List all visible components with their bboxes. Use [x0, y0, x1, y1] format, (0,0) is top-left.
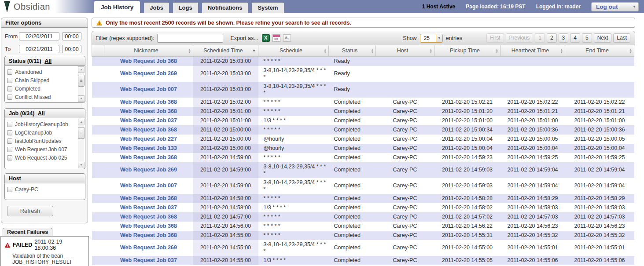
checkbox[interactable]	[7, 103, 12, 103]
status-filter-list: AbandonedChain SkippedCompletedConflict …	[4, 66, 85, 103]
page-button-next[interactable]: Next	[594, 33, 612, 43]
filter-item[interactable]: Carey-PC	[7, 185, 85, 193]
cell-end-time: 2011-02-20 14:55:06	[565, 256, 634, 265]
column-header-heartbeat-time[interactable]: Heartbeat Time▲▼	[500, 45, 565, 56]
export-csv-icon[interactable]: a,	[283, 34, 291, 42]
job-link[interactable]: Web Request Job 269	[120, 70, 177, 77]
page-size-select[interactable]: 25 ▼	[420, 34, 443, 43]
checkbox[interactable]	[7, 187, 12, 192]
job-link[interactable]: Web Request Job 368	[120, 214, 177, 220]
scrollbar-thumb[interactable]: ☰	[78, 127, 85, 139]
cell-nickname: Web Request Job 368	[104, 212, 193, 222]
cell-end-time: 2011-02-20 15:00:05	[565, 135, 634, 144]
filter-regex-input[interactable]	[157, 34, 223, 43]
page-button-3[interactable]: 3	[559, 33, 569, 43]
column-header-nickname[interactable]: Nickname▲▼	[104, 45, 193, 56]
checkbox[interactable]	[7, 95, 12, 100]
filter-item[interactable]: Abandoned	[7, 68, 85, 76]
page-button-2[interactable]: 2	[547, 33, 557, 43]
job-link[interactable]: Web Request Job 227	[120, 136, 177, 142]
column-header-status[interactable]: Status▲▼	[329, 45, 376, 56]
column-header-end-time[interactable]: End Time▲▼	[565, 45, 634, 56]
filter-item[interactable]: Web Request Job 007	[7, 145, 85, 153]
checkbox[interactable]	[7, 122, 12, 127]
checkbox[interactable]	[7, 69, 12, 75]
filter-item-label: Chain Skipped	[15, 77, 49, 84]
checkbox[interactable]	[7, 78, 12, 83]
scroll-up-icon[interactable]: ▲	[78, 66, 85, 73]
table-row: Web Request Job 2692011-02-20 14:59:003-…	[92, 162, 634, 178]
cell-scheduled-time: 2011-02-20 14:56:00	[193, 222, 258, 231]
tab-notifications[interactable]: Notifications	[202, 3, 248, 13]
scroll-down-icon[interactable]: ▼	[78, 162, 85, 168]
export-excel-icon[interactable]: X	[262, 34, 270, 42]
job-link[interactable]: Web Request Job 368	[120, 195, 177, 201]
job-list-scrollbar[interactable]: ▲ ☰ ▼	[78, 119, 85, 168]
tab-logs[interactable]: Logs	[173, 3, 198, 13]
cell-heartbeat-time: 2011-02-20 14:55:06	[500, 256, 565, 265]
job-link[interactable]: Web Request Job 368	[120, 127, 177, 133]
filter-item[interactable]: Conflict Missed	[7, 93, 85, 101]
refresh-button[interactable]: Refresh	[7, 206, 53, 216]
job-link[interactable]: Web Request Job 007	[120, 182, 177, 189]
filter-item[interactable]: testJobRunUpdates	[7, 137, 85, 145]
to-time-input[interactable]	[62, 45, 81, 53]
page-button-5[interactable]: 5	[582, 33, 592, 43]
checkbox[interactable]	[7, 86, 12, 91]
column-header-host[interactable]: Host▲▼	[376, 45, 434, 56]
from-time-input[interactable]	[62, 32, 81, 40]
job-select-all-link[interactable]: All	[38, 110, 45, 117]
job-link[interactable]: Web Request Job 368	[120, 154, 177, 160]
to-date-input[interactable]	[19, 45, 59, 53]
filter-item[interactable]: Web Request Job 025	[7, 153, 85, 162]
checkbox[interactable]	[7, 155, 12, 160]
column-header-scheduled-time[interactable]: Scheduled Time▼	[193, 45, 258, 56]
cell-host: Carey-PC	[376, 162, 434, 178]
job-link[interactable]: Web Request Job 007	[120, 86, 177, 92]
job-link[interactable]: Web Request Job 269	[120, 167, 177, 173]
job-link[interactable]: Web Request Job 368	[120, 232, 177, 238]
from-date-input[interactable]	[19, 32, 59, 40]
cell-row-margin	[92, 135, 104, 144]
page-button-last[interactable]: Last	[613, 33, 630, 43]
job-link[interactable]: Web Request Job 037	[120, 257, 177, 263]
tab-jobs[interactable]: Jobs	[144, 3, 169, 13]
filter-item-partial	[7, 101, 85, 103]
job-link[interactable]: Web Request Job 037	[120, 204, 177, 211]
tab-system[interactable]: System	[252, 3, 283, 13]
cell-host	[376, 66, 434, 82]
scroll-up-icon[interactable]: ▲	[78, 119, 85, 125]
host-active-status: 1 Host Active	[422, 4, 456, 10]
job-link[interactable]: Web Request Job 037	[120, 117, 177, 124]
host-filter-list: Carey-PC	[4, 183, 85, 200]
svg-text:!: !	[99, 21, 100, 26]
filter-item[interactable]: JobHistoryCleanupJob	[7, 120, 85, 128]
checkbox[interactable]	[7, 147, 12, 152]
cell-pickup-time: 2011-02-20 14:58:02	[434, 203, 500, 212]
filter-item[interactable]: Completed	[7, 84, 85, 93]
filter-item[interactable]: LogCleanupJob	[7, 128, 85, 137]
cell-host: Carey-PC	[376, 107, 434, 116]
logout-select[interactable]: Log out ▼	[591, 2, 639, 11]
checkbox[interactable]	[7, 130, 12, 135]
cell-host	[376, 82, 434, 98]
page-button-4[interactable]: 4	[570, 33, 580, 43]
job-link[interactable]: Web Request Job 368	[120, 108, 177, 114]
job-link[interactable]: Web Request Job 368	[120, 99, 177, 105]
cell-schedule: * * * * *	[258, 56, 329, 66]
job-link[interactable]: Web Request Job 133	[120, 145, 177, 151]
scroll-down-icon[interactable]: ▼	[78, 95, 85, 102]
job-link[interactable]: Web Request Job 368	[120, 58, 177, 64]
job-link[interactable]: Web Request Job 269	[120, 244, 177, 251]
column-header-schedule[interactable]: Schedule▲▼	[258, 45, 329, 56]
checkbox[interactable]	[7, 138, 12, 144]
filter-item[interactable]: Chain Skipped	[7, 76, 85, 84]
scrollbar-thumb[interactable]: ☰	[78, 75, 85, 87]
job-link[interactable]: Web Request Job 368	[120, 223, 177, 229]
export-xml-icon[interactable]: </>	[272, 34, 280, 42]
cell-end-time: 2011-02-20 15:00:04	[565, 144, 634, 153]
status-select-all-link[interactable]: All	[44, 58, 52, 64]
column-header-pickup-time[interactable]: Pickup Time▲▼	[434, 45, 500, 56]
status-list-scrollbar[interactable]: ▲ ☰ ▼	[78, 66, 85, 102]
tab-job-history[interactable]: Job History	[94, 1, 140, 13]
